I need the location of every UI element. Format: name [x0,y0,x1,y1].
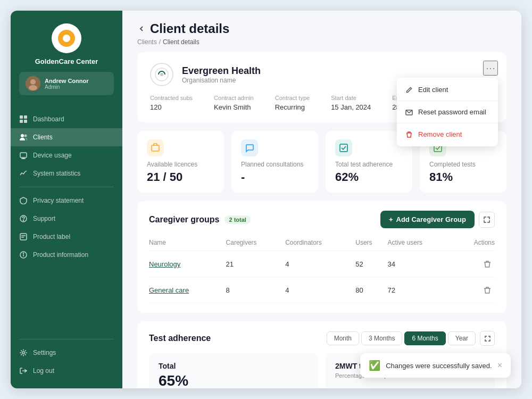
sidebar-item-clients-label: Clients [33,134,53,141]
app-name: GoldenCare Center [35,57,98,65]
remove-client-label: Remove client [418,130,462,138]
contracted-subs-label: Contracted subs [150,95,193,101]
svg-rect-4 [24,115,27,119]
cell-name: Neurology [149,251,226,277]
edit-client-item[interactable]: Edit client [397,81,498,98]
add-caregiver-group-button[interactable]: + Add Caregiver Group [380,211,475,228]
sidebar-item-device-usage[interactable]: Device usage [11,146,122,164]
svg-point-13 [23,220,24,221]
cell-coordinators: 4 [285,251,355,277]
reset-password-label: Reset password email [418,108,486,116]
more-options-button[interactable]: ⋯ [483,61,498,76]
sidebar-item-support[interactable]: Support [11,210,122,228]
cell-users: 80 [355,277,387,303]
svg-point-19 [23,253,24,254]
licences-label: Available licences [147,161,214,168]
sidebar-item-system-stats[interactable]: System statistics [11,164,122,182]
avatar [26,76,40,91]
col-header-coordinators: Coordinators [285,236,355,251]
client-name: Evergreen Health [182,65,261,77]
licences-value: 21 / 50 [147,170,214,184]
contract-type-label: Contract type [275,95,310,101]
svg-rect-6 [24,120,27,123]
user-profile[interactable]: Andrew Connor Admin [19,72,114,95]
table-row: General care 8 4 80 72 [149,277,495,303]
client-logo-icon [154,67,169,82]
svg-rect-9 [20,153,27,157]
page-title: Client details [150,21,229,36]
client-org: Organisation name [182,77,261,84]
edit-client-label: Edit client [418,86,448,94]
sidebar-item-product-info[interactable]: Product information [11,246,122,264]
stat-card-consultations: Planned consultations - [231,131,318,193]
adherence-total-title: Total [159,362,309,370]
filter-tabs: Month 3 Months 6 Months Year [327,331,476,345]
dashboard-icon [19,115,28,123]
cell-actions [454,277,495,303]
licences-icon [147,139,164,156]
sidebar-item-product-label[interactable]: Product label [11,228,122,246]
back-navigation[interactable]: Client details [137,21,506,36]
stat-card-licences: Available licences 21 / 50 [137,131,224,193]
svg-rect-5 [20,120,23,123]
caregiver-groups-actions: + Add Caregiver Group [380,211,495,228]
context-menu: Edit client Reset password email [397,78,498,146]
user-info: Andrew Connor Admin [45,78,107,90]
sidebar-item-logout[interactable]: Log out [11,362,122,380]
sidebar-item-product-label-label: Product label [33,233,70,240]
sidebar-item-settings-label: Settings [33,349,56,356]
sidebar-item-dashboard[interactable]: Dashboard [11,110,122,128]
start-date-value: 15 Jan, 2024 [331,103,371,111]
col-header-users: Users [355,236,387,251]
completed-label: Completed tests [429,161,497,168]
cell-active-users: 72 [388,277,455,303]
cell-caregivers: 21 [226,251,286,277]
filter-tab-year[interactable]: Year [448,331,476,345]
support-icon [19,214,28,223]
consultations-icon [241,139,258,156]
client-info: Evergreen Health Organisation name [182,65,261,84]
group-name-link[interactable]: Neurology [149,260,180,268]
sidebar-item-device-label: Device usage [33,152,72,159]
contract-admin-value: Kevin Smith [214,103,251,111]
settings-icon [19,348,28,357]
edit-icon [405,86,413,94]
add-caregiver-group-label: Add Caregiver Group [396,215,466,223]
sidebar-item-clients[interactable]: Clients [11,128,122,146]
toast-close-button[interactable]: × [497,361,502,370]
cell-active-users: 34 [388,251,455,277]
label-icon [19,232,28,241]
svg-point-1 [30,79,36,85]
expand-adherence-button[interactable] [480,331,495,346]
adherence-header: Test adherence Month 3 Months 6 Months Y… [149,331,495,346]
toast-success-icon: ✅ [369,360,380,371]
delete-row-button-0[interactable] [480,256,495,271]
sidebar-item-support-label: Support [33,215,55,222]
delete-row-button-1[interactable] [480,282,495,297]
success-toast: ✅ Changes were successfully saved. × [360,353,511,378]
filter-tab-month[interactable]: Month [327,331,359,345]
filter-tab-3months[interactable]: 3 Months [361,331,402,345]
breadcrumb-parent[interactable]: Clients [137,38,157,46]
main-body: Evergreen Health Organisation name Contr… [122,52,521,388]
sidebar-item-settings[interactable]: Settings [11,344,122,362]
adherence-card-total: Total 65% [149,353,318,388]
delete-icon [405,131,413,138]
remove-client-item[interactable]: Remove client [397,126,498,143]
svg-point-20 [22,352,24,354]
group-name-link[interactable]: General care [149,286,189,294]
reset-password-item[interactable]: Reset password email [397,103,498,121]
caregiver-groups-card: Caregiver groups 2 total + Add Caregiver… [137,201,506,313]
caregiver-groups-table: Name Caregivers Coordinators Users Activ… [149,236,495,303]
breadcrumb: Clients / Client details [137,38,506,46]
table-row: Neurology 21 4 52 34 [149,251,495,277]
sidebar-bottom: Settings Log out [11,328,122,388]
contract-admin-label: Contract admin [214,95,254,101]
filter-tab-6months[interactable]: 6 Months [404,331,445,345]
expand-caregiver-button[interactable] [479,212,495,228]
caregiver-groups-header: Caregiver groups 2 total + Add Caregiver… [149,211,495,228]
sidebar-item-privacy[interactable]: Privacy statement [11,192,122,210]
sidebar-item-dashboard-label: Dashboard [33,115,64,123]
adherence-value: 62% [335,170,403,184]
main-content: Client details Clients / Client details [122,11,521,388]
